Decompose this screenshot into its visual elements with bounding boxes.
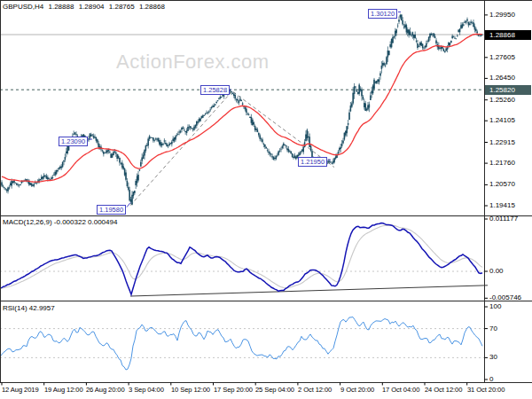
time-axis-label: 26 Aug 20:00	[86, 386, 125, 394]
macd-tick-label: 0.00	[489, 267, 504, 275]
time-axis-label: 17 Sep 20:00	[214, 386, 253, 394]
time-axis-label: 24 Oct 12:00	[425, 386, 462, 394]
price-tick-label: 1.19415	[489, 201, 515, 209]
symbol-period-label: GBPUSD,H4	[3, 3, 43, 11]
low-value: 1.28765	[109, 3, 135, 11]
time-axis-label: 9 Oct 20:00	[340, 386, 374, 394]
rsi-tick-label: 30	[489, 353, 497, 361]
level-price-label: 1.25820	[485, 85, 531, 95]
open-value: 1.28888	[48, 3, 74, 11]
price-tick-label: 1.27605	[489, 53, 515, 61]
time-axis-label: 3 Sep 04:00	[129, 386, 164, 394]
macd-indicator-label: MACD(12,26,9) -0.000322 0.000494	[3, 218, 117, 226]
rsi-tick-label: 0	[489, 375, 493, 383]
rsi-tick-label: 100	[489, 302, 501, 310]
price-callout[interactable]: 1.30120	[368, 9, 397, 19]
close-value: 1.28868	[139, 3, 165, 11]
time-axis-label: 25 Sep 04:00	[255, 386, 294, 394]
time-axis-label: 10 Sep 12:00	[171, 386, 210, 394]
chart-plot-area[interactable]	[0, 0, 532, 399]
symbol-ohlc-header: GBPUSD,H4 1.28888 1.28904 1.28765 1.2886…	[3, 3, 168, 11]
macd-tick-label: 0.011177	[489, 215, 518, 223]
price-tick-label: 1.29950	[489, 11, 515, 19]
time-axis-label: 17 Oct 04:00	[382, 386, 419, 394]
high-value: 1.28904	[79, 3, 105, 11]
current-price-label: 1.28868	[485, 30, 531, 40]
price-tick-label: 1.21760	[489, 159, 515, 167]
time-axis-label: 12 Aug 2019	[2, 386, 39, 394]
price-callout[interactable]: 1.25828	[200, 85, 230, 95]
price-callout[interactable]: 1.21950	[298, 157, 327, 167]
mt4-chart-window[interactable]: ActionForex.com GBPUSD,H4 1.28888 1.2890…	[0, 0, 532, 399]
price-tick-label: 1.24105	[489, 116, 515, 124]
price-callout[interactable]: 1.23090	[59, 137, 88, 146]
rsi-tick-label: 70	[489, 325, 497, 332]
macd-tick-label: -0.005746	[489, 293, 521, 301]
time-axis-label: 19 Aug 12:00	[44, 386, 83, 394]
price-callout[interactable]: 1.19580	[97, 205, 126, 215]
price-tick-label: 1.22915	[489, 138, 515, 146]
price-tick-label: 1.20570	[489, 180, 515, 188]
price-tick-label: 1.26450	[489, 74, 515, 82]
time-axis-label: 31 Oct 20:00	[467, 386, 505, 394]
time-axis-label: 2 Oct 12:00	[298, 386, 332, 394]
price-tick-label: 1.25260	[489, 96, 515, 104]
rsi-indicator-label: RSI(14) 42.9957	[3, 304, 55, 312]
